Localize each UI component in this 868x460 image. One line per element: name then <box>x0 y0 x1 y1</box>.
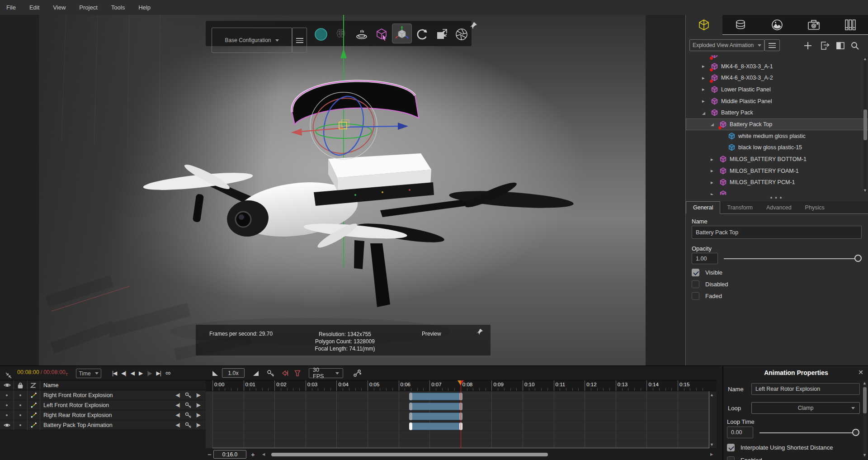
next-keyframe-button[interactable]: |▶ <box>196 412 200 418</box>
play-reverse-button[interactable]: ◀ <box>131 370 134 376</box>
scroll-up-icon[interactable]: ▲ <box>863 57 867 61</box>
key-icon[interactable] <box>185 392 191 398</box>
key-icon[interactable] <box>185 402 191 408</box>
animation-track-row[interactable]: Right Rear Rotor Explosion ◀| |▶ <box>0 410 206 420</box>
configuration-selector[interactable]: Base Configuration <box>212 28 292 53</box>
flag-checkbox-row[interactable]: Disabled <box>692 280 728 288</box>
split-view-icon[interactable] <box>835 40 846 51</box>
step-forward-button[interactable]: |▶ <box>147 370 151 376</box>
expand-arrow[interactable] <box>711 156 720 162</box>
next-keyframe-button[interactable]: |▶ <box>196 402 200 408</box>
retime-icon[interactable] <box>280 369 290 378</box>
expand-arrow[interactable] <box>702 110 711 115</box>
properties-tab[interactable]: General <box>686 201 720 214</box>
zoom-in-button[interactable]: + <box>251 451 255 458</box>
expand-arrow[interactable] <box>711 180 720 185</box>
time-mode-selector[interactable]: Time <box>76 369 101 378</box>
timeline-scrollbar[interactable] <box>268 453 708 456</box>
timeline-track-area[interactable] <box>206 391 717 448</box>
play-button[interactable]: ▶ <box>139 370 142 376</box>
tracks-scroll-down-icon[interactable]: ▼ <box>710 443 714 447</box>
trim-icon[interactable] <box>292 369 302 378</box>
animation-track-row[interactable]: Right Front Rotor Explosion ◀| |▶ <box>0 390 206 400</box>
key-icon[interactable] <box>185 412 191 418</box>
animation-curves-icon[interactable] <box>352 369 362 378</box>
anim-props-scrollbar[interactable]: ▲ ▼ <box>863 381 867 457</box>
loop-time-slider-knob[interactable] <box>852 429 859 436</box>
expand-arrow[interactable] <box>702 86 711 92</box>
interpolate-checkbox[interactable] <box>727 444 735 451</box>
explode-tool-icon[interactable] <box>435 28 449 41</box>
opacity-field[interactable]: 1.00 <box>692 253 718 264</box>
menu-item[interactable]: Tools <box>111 4 125 11</box>
keyframe-span-bar[interactable] <box>410 422 462 430</box>
3d-viewport[interactable] <box>39 15 646 365</box>
flag-checkbox-row[interactable]: Visible <box>692 269 722 276</box>
prev-keyframe-button[interactable]: ◀| <box>175 422 179 428</box>
next-keyframe-button[interactable]: |▶ <box>196 392 200 398</box>
keyframe-icon[interactable] <box>265 369 275 378</box>
enabled-checkbox[interactable] <box>727 456 735 460</box>
step-back-button[interactable]: ◀| <box>121 370 126 376</box>
key-icon[interactable] <box>185 422 191 428</box>
playhead-line[interactable] <box>461 384 461 448</box>
expand-arrow[interactable] <box>711 191 720 195</box>
skip-to-end-button[interactable]: ▶| <box>156 370 161 376</box>
enabled-checkbox-row[interactable]: Enabled <box>727 456 762 460</box>
opacity-slider-knob[interactable] <box>854 255 862 262</box>
animation-track-row[interactable]: Battery Pack Top Animation ◀| |▶ <box>0 420 206 430</box>
zoom-out-button[interactable]: − <box>208 451 212 458</box>
loop-selector[interactable]: Clamp <box>751 402 860 414</box>
timeline-scrollbar-thumb[interactable] <box>271 453 548 456</box>
prev-keyframe-button[interactable]: ◀| <box>175 402 179 408</box>
track-visibility-cell[interactable] <box>0 394 14 396</box>
scroll-left-icon[interactable]: ◀ <box>262 452 265 456</box>
menu-item[interactable]: View <box>53 4 66 11</box>
fps-selector[interactable]: 30 FPS <box>309 368 343 378</box>
part-name-field[interactable]: Battery Pack Top <box>692 226 862 239</box>
prev-keyframe-button[interactable]: ◀| <box>175 392 179 398</box>
turntable-icon[interactable] <box>355 28 368 41</box>
animation-menu-icon[interactable] <box>764 39 780 51</box>
track-curves-icon[interactable] <box>27 402 40 408</box>
loop-time-slider[interactable] <box>760 432 856 433</box>
track-visibility-cell[interactable] <box>0 422 14 428</box>
expand-arrow[interactable] <box>711 122 720 127</box>
materials-tab[interactable] <box>722 15 759 35</box>
tree-item[interactable]: MILOS_BATTERY FOAM-1 <box>686 165 868 177</box>
search-icon[interactable] <box>849 40 860 51</box>
scroll-right-icon[interactable]: ▶ <box>710 452 713 456</box>
brain-icon[interactable] <box>334 28 348 41</box>
properties-tab[interactable]: Physics <box>798 202 831 213</box>
playback-ramp-icon[interactable] <box>210 369 220 378</box>
opacity-slider[interactable] <box>724 258 858 259</box>
checkbox[interactable] <box>692 280 699 288</box>
track-curves-icon[interactable] <box>27 412 40 418</box>
select-part-icon[interactable] <box>375 28 388 41</box>
loop-button[interactable]: ∞ <box>165 369 170 377</box>
properties-tab[interactable]: Advanced <box>760 202 798 213</box>
timeline-range-field[interactable]: 0:16.0 <box>213 450 246 459</box>
track-visibility-cell[interactable] <box>0 414 14 416</box>
environment-tab[interactable] <box>759 15 796 35</box>
scroll-down-icon[interactable]: ▼ <box>863 453 867 457</box>
animation-track-row[interactable]: Left Front Rotor Explosion ◀| |▶ <box>0 400 206 410</box>
move-tool-button[interactable] <box>392 24 412 43</box>
prev-keyframe-button[interactable]: ◀| <box>175 412 179 418</box>
skip-to-start-button[interactable]: |◀ <box>112 370 117 376</box>
camera-tab[interactable] <box>795 15 832 35</box>
library-tab[interactable] <box>832 15 868 35</box>
next-keyframe-button[interactable]: |▶ <box>196 422 200 428</box>
expand-arrow[interactable] <box>711 168 720 174</box>
tree-item[interactable]: white medium gloss plastic <box>686 130 868 142</box>
tree-item[interactable]: Middle Plastic Panel <box>686 95 868 107</box>
track-visibility-cell[interactable] <box>0 404 14 406</box>
tree-item[interactable]: Battery Pack <box>686 107 868 119</box>
interpolate-checkbox-row[interactable]: Interpolate Using Shortest Distance <box>727 444 833 451</box>
ramp-up-icon[interactable] <box>251 369 261 378</box>
checkbox[interactable] <box>692 292 699 300</box>
flag-checkbox-row[interactable]: Faded <box>692 292 722 300</box>
track-lock-cell[interactable] <box>14 394 27 396</box>
configuration-menu-icon[interactable] <box>292 28 307 53</box>
keyframe-span-bar[interactable] <box>410 403 462 410</box>
